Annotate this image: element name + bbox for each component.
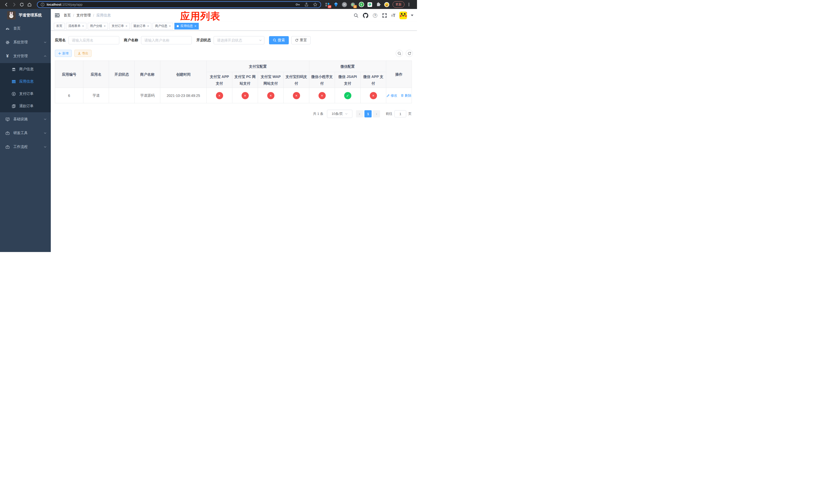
merchant-name-input[interactable] [141, 36, 192, 44]
user-avatar[interactable] [399, 12, 407, 19]
sidebar-item-refund-orders[interactable]: 退款订单 [0, 100, 51, 112]
address-bar[interactable]: localhost:1024/pay/app [37, 1, 321, 8]
sidebar-item-infrastructure[interactable]: 基础设施 [0, 112, 51, 126]
forward-button[interactable] [10, 1, 18, 8]
show-search-button[interactable] [396, 50, 403, 57]
plus-icon [58, 52, 61, 55]
sidebar-item-merchant-info[interactable]: 商户信息 [0, 63, 51, 75]
app-name-label: 应用名 [55, 38, 66, 43]
app-name-input[interactable] [68, 36, 119, 44]
table-toolbar: 新增 导出 [55, 50, 413, 57]
extension-emoji-avatar[interactable] [384, 2, 390, 7]
top-navbar: 首页 / 支付管理 / 应用信息 应用列表 ? [51, 9, 417, 22]
extension-command-icon[interactable]: ⌘ [342, 2, 347, 7]
pagination: 共 1 条 10条/页 ‹ 1 › 前往 页 [55, 110, 412, 118]
close-icon[interactable]: × [194, 24, 196, 28]
sidebar-item-app-info[interactable]: 应用信息 [0, 75, 51, 88]
extension-gem-icon[interactable] [333, 2, 339, 7]
share-icon[interactable] [304, 2, 309, 7]
fullscreen-icon[interactable] [382, 13, 388, 18]
extension-y-icon[interactable]: Y [358, 2, 364, 7]
tags-view-bar: 首页 流程表单× 用户分组× 支付订单× 退款订单× 商户信息× 应用信息× [51, 22, 417, 30]
cell-app-id: 6 [55, 88, 83, 103]
prev-page-button[interactable]: ‹ [356, 110, 363, 117]
close-icon[interactable]: × [82, 24, 84, 28]
refresh-icon [295, 39, 299, 42]
font-size-icon[interactable]: TT [391, 14, 396, 18]
fail-icon: × [267, 92, 275, 99]
sidebar-item-home[interactable]: 首页 [0, 22, 51, 36]
extension-status-dot-icon[interactable]: 1 [350, 2, 356, 7]
breadcrumb-home[interactable]: 首页 [64, 13, 71, 18]
add-button[interactable]: 新增 [55, 50, 72, 57]
export-button[interactable]: 导出 [74, 50, 91, 57]
cell-app-name: 芋道 [83, 88, 109, 103]
help-icon[interactable]: ? [372, 13, 378, 18]
browser-menu-icon[interactable] [407, 2, 411, 7]
sidebar-item-system[interactable]: 系统管理 [0, 36, 51, 49]
chevron-down-icon [44, 145, 47, 148]
reload-button[interactable] [18, 1, 26, 8]
home-button[interactable] [26, 1, 33, 8]
tab-refund-orders[interactable]: 退款订单× [131, 23, 152, 29]
tab-app-info[interactable]: 应用信息× [174, 23, 199, 29]
close-icon[interactable]: × [169, 24, 171, 28]
site-info-icon[interactable] [41, 3, 45, 7]
logo[interactable]: 芋道管理系统 [0, 9, 51, 22]
extension-chat-icon[interactable] [367, 2, 373, 7]
extension-blocks-icon[interactable]: 10 [325, 2, 330, 7]
tab-merchant-info[interactable]: 商户信息× [153, 23, 173, 29]
avatar-caret-icon[interactable] [411, 15, 413, 16]
delete-link[interactable]: 删除 [401, 93, 411, 98]
breadcrumb-payment[interactable]: 支付管理 [76, 13, 91, 18]
sidebar: 芋道管理系统 首页 系统管理 ¥ 支付管理 [0, 9, 51, 252]
breadcrumb-current: 应用信息 [96, 13, 111, 18]
browser-update-button[interactable]: 更新 [393, 1, 404, 8]
sidebar-item-payment[interactable]: ¥ 支付管理 [0, 49, 51, 63]
next-page-button[interactable]: › [373, 110, 380, 117]
document-icon [11, 104, 16, 109]
reset-button[interactable]: 重置 [291, 36, 311, 44]
close-icon[interactable]: × [104, 24, 106, 28]
status-label: 开启状态 [196, 38, 211, 43]
extensions-puzzle-icon[interactable] [375, 2, 381, 7]
page-size-select[interactable]: 10条/页 [327, 110, 352, 118]
download-icon [78, 52, 81, 55]
trash-icon [401, 94, 404, 97]
payment-submenu: 商户信息 应用信息 支付订单 [0, 63, 51, 112]
success-icon: ✓ [344, 92, 351, 99]
fail-icon: × [216, 92, 223, 99]
sidebar-item-payment-orders[interactable]: 支付订单 [0, 88, 51, 100]
tab-user-group[interactable]: 用户分组× [88, 23, 108, 29]
github-icon[interactable] [363, 13, 369, 18]
col-wechat-mini: 微信小程序支付 [309, 72, 335, 88]
extension-badge: 10 [328, 5, 331, 8]
tab-payment-orders[interactable]: 支付订单× [109, 23, 130, 29]
search-button[interactable]: 搜索 [269, 36, 289, 44]
fail-icon: × [293, 92, 300, 99]
close-icon[interactable]: × [126, 24, 128, 28]
search-icon [273, 39, 277, 42]
gear-icon [5, 40, 10, 45]
col-wechat-jsapi: 微信 JSAPI 支付 [335, 72, 360, 88]
col-merchant: 商户名称 [135, 61, 160, 88]
tab-process-form[interactable]: 流程表单× [66, 23, 86, 29]
search-icon[interactable] [353, 13, 359, 18]
page-suffix-label: 页 [408, 112, 412, 116]
col-alipay-app: 支付宝 APP 支付 [207, 72, 232, 88]
edit-link[interactable]: 修改 [387, 93, 397, 98]
close-icon[interactable]: × [147, 24, 149, 28]
sidebar-item-workflow[interactable]: 工作流程 [0, 140, 51, 154]
sidebar-collapse-icon[interactable] [54, 13, 60, 18]
goto-page-input[interactable] [394, 110, 406, 117]
tab-home[interactable]: 首页 [54, 23, 65, 29]
password-key-icon[interactable] [295, 2, 300, 7]
bookmark-star-icon[interactable] [313, 2, 317, 7]
sidebar-item-dev-tools[interactable]: 研发工具 [0, 126, 51, 140]
back-button[interactable] [3, 1, 10, 8]
status-select[interactable] [214, 36, 264, 44]
refresh-button[interactable] [406, 50, 413, 57]
filter-form: 应用名 商户名称 开启状态 [55, 36, 413, 44]
page-1-button[interactable]: 1 [365, 110, 372, 117]
col-group-alipay: 支付宝配置 [207, 61, 309, 72]
